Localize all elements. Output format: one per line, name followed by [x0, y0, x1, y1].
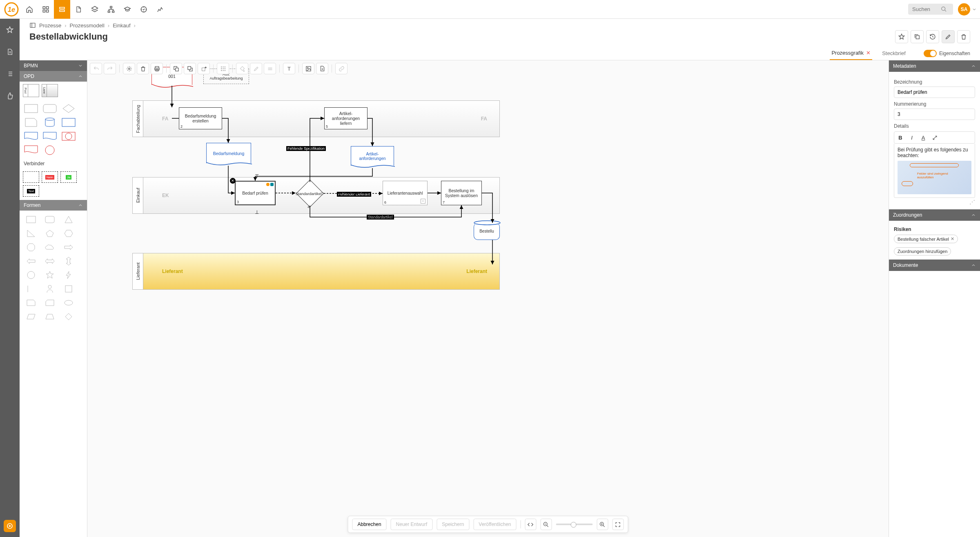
node-artikel-anforderungen-liefern[interactable]: Artikel- anforderungen liefern5: [324, 107, 368, 129]
node-bedarf-pruefen[interactable]: Bedarf prüfen3: [235, 181, 276, 205]
rail-document-icon[interactable]: [4, 46, 16, 58]
tb-send-back-icon[interactable]: [184, 63, 196, 74]
rail-add-button[interactable]: [4, 520, 16, 532]
rail-list-icon[interactable]: [4, 68, 16, 80]
chip-add-zuordnung[interactable]: Zuordnungen hinzufügen: [894, 247, 951, 255]
nav-sitemap-icon[interactable]: [103, 0, 119, 19]
conn-plain[interactable]: [23, 171, 39, 183]
form-ellipse[interactable]: [60, 297, 77, 308]
rte-italic-icon[interactable]: I: [906, 133, 917, 142]
rte-expand-icon[interactable]: [929, 133, 940, 142]
conn-ja[interactable]: Ja: [60, 171, 77, 183]
shape-wave-blue[interactable]: [23, 131, 39, 142]
tb-fill-icon[interactable]: [236, 63, 248, 74]
node-bestellung-ausloesen[interactable]: Bestellung im System auslösen7: [441, 181, 482, 205]
form-person[interactable]: [42, 283, 58, 295]
crumb-2[interactable]: Prozessmodell: [70, 22, 105, 29]
props-section-dokumente[interactable]: Dokumente: [889, 260, 980, 271]
tb-settings-icon[interactable]: [123, 63, 135, 74]
bb-fullscreen-icon[interactable]: [612, 519, 624, 530]
form-right-triangle[interactable]: [23, 228, 39, 239]
shape-doc-red[interactable]: [23, 144, 39, 156]
shape-circle-red2[interactable]: [42, 144, 58, 156]
input-nummerierung[interactable]: [894, 109, 975, 120]
tb-redo-icon[interactable]: [104, 63, 116, 74]
nav-chart-icon[interactable]: [152, 0, 168, 19]
shape-circle-red[interactable]: [60, 131, 77, 142]
user-menu-chevron-icon[interactable]: [972, 7, 977, 12]
canvas[interactable]: T Fachabteilung FA FA: [87, 60, 889, 537]
tb-bring-front-icon[interactable]: [170, 63, 182, 74]
rte-content[interactable]: Bei Prüfung gibt es folgendes zu beachte…: [894, 144, 975, 198]
props-section-metadaten[interactable]: Metadaten: [889, 60, 980, 72]
tab-steckbrief[interactable]: Steckbrief: [880, 47, 907, 60]
shape-diamond-gray[interactable]: [60, 103, 77, 114]
action-history-icon[interactable]: [926, 30, 939, 43]
bb-zoom-out-icon[interactable]: [540, 519, 552, 530]
action-edit-icon[interactable]: [942, 30, 955, 43]
form-triangle[interactable]: [60, 214, 77, 225]
bb-save[interactable]: Speichern: [437, 519, 469, 530]
form-tabcut[interactable]: [42, 297, 58, 308]
form-arrow-lr[interactable]: [42, 255, 58, 267]
doc-bedarfsmeldung[interactable]: Bedarfsmeldung: [206, 143, 251, 163]
form-star[interactable]: [42, 269, 58, 281]
tb-trash-icon[interactable]: [137, 63, 149, 74]
form-line[interactable]: [23, 283, 39, 295]
palette-section-opd[interactable]: OPD: [20, 71, 87, 82]
palette-section-bpmn[interactable]: BPMN: [20, 60, 87, 71]
tb-undo-icon[interactable]: [90, 63, 102, 74]
form-circle[interactable]: [23, 269, 39, 281]
subprocess-icon[interactable]: +: [421, 199, 425, 204]
node-bedarfsmeldung-erstellen[interactable]: Bedarfsmeldung erstellen2: [179, 107, 222, 129]
nav-grid-icon[interactable]: [38, 0, 54, 19]
close-tab-icon[interactable]: ✕: [866, 50, 871, 56]
rte-underline-color-icon[interactable]: A: [918, 133, 929, 142]
shape-roundrect-gray[interactable]: [42, 103, 58, 114]
form-trapezoid[interactable]: [42, 311, 58, 322]
form-cloud[interactable]: [42, 242, 58, 253]
tb-doc-icon[interactable]: [316, 63, 328, 74]
form-parallelogram[interactable]: [23, 311, 39, 322]
nav-target-icon[interactable]: [136, 0, 152, 19]
shape-lane[interactable]: Lane: [42, 85, 58, 96]
crumb-1[interactable]: Prozesse: [39, 22, 61, 29]
action-star-icon[interactable]: [895, 30, 908, 43]
form-arrow-left[interactable]: [23, 255, 39, 267]
shape-wave-blue2[interactable]: [42, 131, 58, 142]
tb-text-icon[interactable]: T: [283, 63, 295, 74]
tb-rotate-icon[interactable]: [198, 63, 210, 74]
shape-page-gray[interactable]: [23, 117, 39, 128]
node-badge-close-icon[interactable]: ✕: [230, 178, 236, 184]
tb-stroke-icon[interactable]: [250, 63, 262, 74]
form-pentagon[interactable]: [42, 228, 58, 239]
form-octagon[interactable]: [23, 242, 39, 253]
swimlane-lieferant[interactable]: Lieferant Lieferant Lieferant: [132, 253, 500, 290]
tb-grid-icon[interactable]: [217, 63, 229, 74]
form-arrow-ud[interactable]: [60, 255, 77, 267]
input-bezeichnung[interactable]: [894, 87, 975, 98]
bb-cancel[interactable]: Abbrechen: [352, 519, 387, 530]
action-trash-icon[interactable]: [957, 30, 970, 43]
nav-page-icon[interactable]: [70, 0, 87, 19]
shape-pool[interactable]: Pool: [23, 85, 39, 96]
nav-home-icon[interactable]: [21, 0, 38, 19]
nav-process-icon[interactable]: [54, 0, 70, 19]
tb-border-icon[interactable]: [264, 63, 276, 74]
palette-section-formen[interactable]: Formen: [20, 200, 87, 211]
form-bolt[interactable]: [60, 269, 77, 281]
form-card[interactable]: [23, 297, 39, 308]
toggle-eigenschaften[interactable]: [924, 50, 937, 57]
form-diamond[interactable]: [60, 311, 77, 322]
doc-artikel-anforderungen[interactable]: Artikel- anforderungen: [351, 146, 394, 166]
bb-code-icon[interactable]: [525, 519, 536, 530]
user-avatar[interactable]: SA: [958, 3, 970, 16]
tb-image-icon[interactable]: [302, 63, 314, 74]
crumb-3[interactable]: Einkauf: [113, 22, 130, 29]
bb-zoom-in-icon[interactable]: [597, 519, 608, 530]
shape-rect-blue[interactable]: [60, 117, 77, 128]
tb-print-icon[interactable]: [151, 63, 163, 74]
breadcrumb-panel-icon[interactable]: [29, 22, 36, 29]
bb-zoom-slider[interactable]: [556, 524, 592, 525]
node-lieferantenauswahl[interactable]: Lieferantenauswahl6 +: [383, 181, 428, 205]
